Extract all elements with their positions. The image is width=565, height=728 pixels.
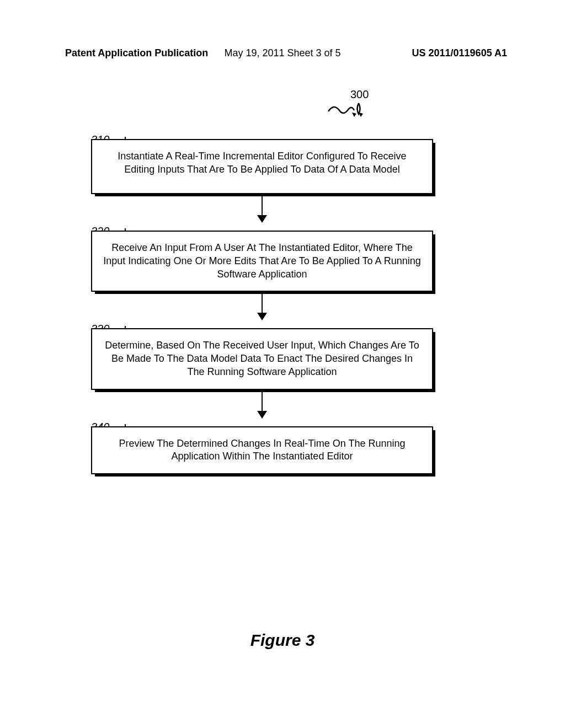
step-text: Instantiate A Real-Time Incremental Edit… xyxy=(118,151,406,175)
arrow-down-icon xyxy=(91,194,433,223)
step-text: Determine, Based On The Received User In… xyxy=(105,340,419,377)
curly-arrow-icon xyxy=(326,100,364,125)
step-330: 330 Determine, Based On The Received Use… xyxy=(91,328,433,389)
step-320: 320 Receive An Input From A User At The … xyxy=(91,231,433,292)
step-box: Determine, Based On The Received User In… xyxy=(91,328,433,389)
ref-number-300: 300 xyxy=(350,88,369,101)
step-text: Receive An Input From A User At The Inst… xyxy=(103,242,420,280)
step-text: Preview The Determined Changes In Real-T… xyxy=(119,438,406,462)
figure-caption: Figure 3 xyxy=(0,631,565,650)
step-box: Instantiate A Real-Time Incremental Edit… xyxy=(91,139,433,194)
flowchart: 310 Instantiate A Real-Time Incremental … xyxy=(91,131,433,474)
arrow-down-icon xyxy=(91,390,433,419)
header-left: Patent Application Publication xyxy=(65,47,208,59)
arrow-down-icon xyxy=(91,292,433,320)
page-header: Patent Application Publication May 19, 2… xyxy=(0,47,565,59)
step-box: Preview The Determined Changes In Real-T… xyxy=(91,426,433,475)
header-right: US 2011/0119605 A1 xyxy=(412,47,507,59)
step-box: Receive An Input From A User At The Inst… xyxy=(91,231,433,292)
step-340: 340 Preview The Determined Changes In Re… xyxy=(91,426,433,475)
step-310: 310 Instantiate A Real-Time Incremental … xyxy=(91,139,433,194)
header-center: May 19, 2011 Sheet 3 of 5 xyxy=(224,47,340,59)
